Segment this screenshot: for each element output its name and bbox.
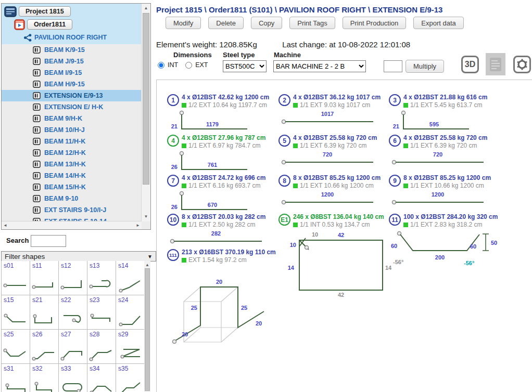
- shape-thumb-s24[interactable]: s24: [116, 295, 145, 330]
- svg-text:26: 26: [171, 164, 178, 170]
- shape-code-label: s35: [118, 365, 128, 372]
- tree-item-extension-e-h-k[interactable]: EXTENSION E/ H-K: [2, 101, 142, 113]
- tree-vertical-scrollbar[interactable]: ▲ ▼: [141, 4, 150, 221]
- item-detail-line: 1/1 EXT 6.39 kg 720 cm: [300, 142, 367, 150]
- scroll-left-icon[interactable]: ◄: [2, 222, 9, 229]
- beam-icon: [33, 138, 41, 145]
- scroll-up-icon[interactable]: ▲: [142, 5, 150, 12]
- delete-button[interactable]: Delete: [208, 17, 244, 29]
- bar-item-e1[interactable]: E1246 x Ø8BST 136.04 kg 140 cm1/1 INT 0.…: [278, 213, 390, 300]
- machine-select[interactable]: BAR MACHINE 2 - 2 B: [273, 60, 366, 72]
- multiply-input[interactable]: [384, 60, 402, 72]
- bar-item-11[interactable]: 11100 x Ø12BST 284.20 kg 320 cm1/1 EXT 2…: [389, 213, 501, 269]
- print-production-button[interactable]: Print Production: [343, 17, 407, 29]
- steel-type-select[interactable]: BST500C: [223, 60, 267, 72]
- bar-item-9[interactable]: 98 x Ø12BST 85.25 kg 1200 cm1/1 EXT 10.6…: [389, 174, 501, 212]
- svg-text:1200: 1200: [432, 191, 444, 198]
- tree-item-ext-stairs-9-10-i-j[interactable]: EXT STAIRS 9-10/I-J: [2, 204, 142, 216]
- item-spec-line: 8 x Ø12BST 20.03 kg 282 cm: [182, 213, 265, 221]
- shapes-vscroll-thumb[interactable]: [145, 268, 150, 391]
- bar-item-5[interactable]: 54 x Ø12BST 25.58 kg 720 cm1/1 EXT 6.39 …: [278, 134, 390, 172]
- tree-item-beam-h-9-15[interactable]: BEAM H/9-15: [2, 79, 142, 90]
- tree-horizontal-scrollbar[interactable]: ◄ ►: [2, 221, 142, 229]
- bar-shape-icon: [2, 380, 29, 392]
- bar-item-10[interactable]: 108 x Ø12BST 20.03 kg 282 cm1/1 EXT 2.50…: [167, 213, 279, 251]
- tree-item-beam-14-h-k[interactable]: BEAM 14/H-K: [2, 170, 142, 181]
- item-number-badge: E1: [278, 214, 290, 226]
- tree-item-beam-j-9-15[interactable]: BEAM J/9-15: [2, 56, 142, 67]
- tree-node-order[interactable]: Order1811: [2, 19, 142, 30]
- tree-item-beam-k-9-15[interactable]: BEAM K/9-15: [2, 44, 142, 56]
- breadcrumb: Project 1815 \ Order1811 (S101) \ PAVILI…: [156, 5, 442, 14]
- item-spec-line: 4 x Ø12BST 24.72 kg 696 cm: [182, 174, 265, 182]
- tree-item-extension-e-9-13[interactable]: EXTENSION E/9-13: [2, 90, 142, 101]
- search-input[interactable]: [31, 235, 66, 247]
- bar-item-4[interactable]: 44 x Ø12BST 27.96 kg 787 cm1/1 EXT 6.97 …: [167, 134, 279, 178]
- ext-radio[interactable]: [185, 62, 192, 69]
- bar-item-8[interactable]: 88 x Ø12BST 85.25 kg 1200 cm1/1 EXT 10.6…: [278, 174, 390, 212]
- project-button[interactable]: Project 1815: [19, 6, 71, 17]
- item-number-badge: 5: [278, 135, 290, 147]
- shape-thumb-s27[interactable]: s27: [59, 330, 87, 364]
- scroll-down-icon[interactable]: ▼: [142, 213, 150, 220]
- shape-thumb-s23[interactable]: s23: [87, 295, 116, 330]
- tree-item-label: BEAM H/9-15: [44, 81, 85, 88]
- item-spec-line: 4 x Ø12BST 25.58 kg 720 cm: [403, 134, 487, 142]
- view-3d-button[interactable]: 3D: [461, 56, 479, 73]
- tree-item-beam-10-h-j[interactable]: BEAM 10/H-J: [2, 124, 142, 136]
- tree-item-beam-15-h-k[interactable]: BEAM 15/H-K: [2, 181, 142, 193]
- shape-thumb-s21[interactable]: s21: [30, 295, 59, 330]
- shape-thumb-s01[interactable]: s01: [2, 261, 30, 295]
- shape-thumb-s35[interactable]: s35: [116, 364, 145, 392]
- shape-thumb-s14[interactable]: s14: [116, 261, 145, 295]
- filter-shapes-dropdown[interactable]: Filter shapes ▼: [1, 251, 156, 262]
- shape-thumb-s34[interactable]: s34: [87, 364, 116, 392]
- scroll-up-icon[interactable]: ▲: [144, 262, 150, 269]
- svg-text:1017: 1017: [321, 111, 334, 117]
- chevron-down-icon: ▼: [147, 254, 153, 259]
- shape-thumb-s26[interactable]: s26: [30, 330, 59, 364]
- multiply-button[interactable]: Multiply: [406, 60, 444, 73]
- tree-item-beam-11-h-k[interactable]: BEAM 11/H-K: [2, 136, 142, 147]
- bar-shape-icon: [59, 346, 86, 362]
- bar-item-2[interactable]: 24 x Ø12BST 36.12 kg 1017 cm1/1 EXT 9.03…: [278, 94, 390, 131]
- bar-item-6[interactable]: 64 x Ø12BST 25.58 kg 720 cm1/1 EXT 6.39 …: [389, 134, 501, 172]
- tree-item-beam-9-10[interactable]: BEAM 9-10: [2, 193, 142, 204]
- tree-item-label: BEAM 11/H-K: [44, 138, 85, 145]
- bar-item-1[interactable]: 14 x Ø12BST 42.62 kg 1200 cm1/2 EXT 10.6…: [167, 94, 279, 137]
- order-button[interactable]: Order1811: [27, 19, 72, 30]
- tree-item-beam-12-h-k[interactable]: BEAM 12/H-K: [2, 147, 142, 159]
- print-tags-button[interactable]: Print Tags: [289, 17, 335, 29]
- tree-node-project[interactable]: Project 1815: [2, 6, 142, 17]
- tree-vscroll-thumb[interactable]: [143, 13, 149, 185]
- shape-thumb-s13[interactable]: s13: [87, 261, 116, 295]
- shape-thumb-s22[interactable]: s22: [59, 295, 87, 330]
- shape-thumb-s11[interactable]: s11: [30, 261, 59, 295]
- shape-thumb-s15[interactable]: s15: [2, 295, 30, 330]
- scroll-right-icon[interactable]: ►: [134, 222, 142, 229]
- bar-item-111[interactable]: 111213 x Ø16BST 370.19 kg 110 cmEXT 1.54…: [167, 249, 279, 350]
- tree-item-beam-i-9-15[interactable]: BEAM I/9-15: [2, 67, 142, 79]
- shape-code-label: s11: [32, 262, 42, 269]
- bar-shape-icon: [88, 346, 115, 362]
- bar-item-7[interactable]: 74 x Ø12BST 24.72 kg 696 cm1/1 EXT 6.16 …: [167, 174, 279, 218]
- svg-text:-56°: -56°: [464, 260, 474, 266]
- shapes-vertical-scrollbar[interactable]: ▲: [144, 261, 150, 392]
- shape-thumb-s32[interactable]: s32: [30, 364, 59, 392]
- copy-button[interactable]: Copy: [251, 17, 282, 29]
- bar-item-3[interactable]: 34 x Ø12BST 21.88 kg 616 cm1/1 EXT 5.45 …: [389, 94, 501, 137]
- shape-thumb-s31[interactable]: s31: [2, 364, 30, 392]
- int-radio[interactable]: [158, 62, 164, 69]
- tree-item-beam-13-h-k[interactable]: BEAM 13/H-K: [2, 159, 142, 170]
- shape-thumb-s12[interactable]: s12: [59, 261, 87, 295]
- shape-thumb-s28[interactable]: s28: [87, 330, 116, 364]
- tree-node-group[interactable]: PAVILION ROOF RIGHT: [2, 32, 142, 43]
- shape-thumb-s33[interactable]: s33: [59, 364, 87, 392]
- shape-thumb-s25[interactable]: s25: [2, 330, 30, 364]
- export-data-button[interactable]: Export data: [413, 17, 464, 29]
- bar-shape-drawing: 2025202520: [168, 264, 279, 350]
- modify-button[interactable]: Modify: [166, 17, 201, 29]
- tree-item-beam-9-h-k[interactable]: BEAM 9/H-K: [2, 113, 142, 124]
- settings-button[interactable]: [513, 56, 531, 73]
- shape-thumb-s29[interactable]: s29: [116, 330, 145, 364]
